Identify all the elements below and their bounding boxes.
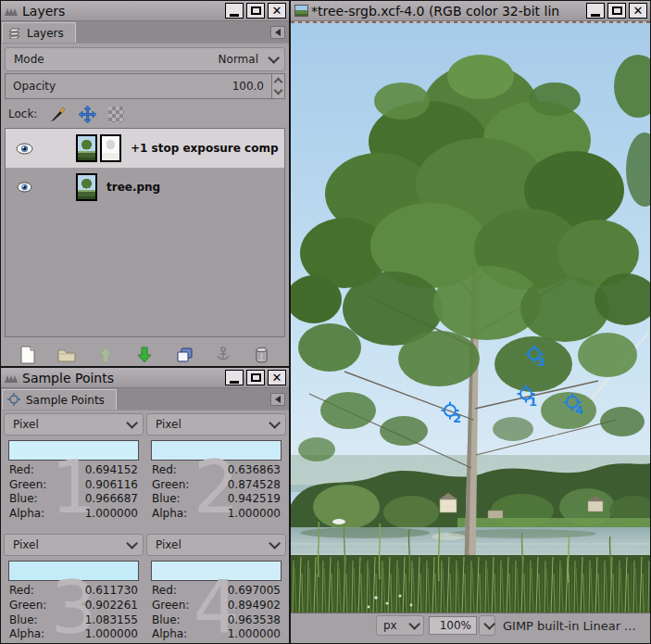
blue-label: Blue: [152, 613, 181, 628]
zoom-value: 100% [440, 619, 471, 632]
layer-row-exposure[interactable]: +1 stop exposure comp [6, 129, 284, 168]
layer-name[interactable]: tree.png [106, 181, 160, 194]
image-statusbar: px 100% GIMP built-in Linear ... [291, 612, 650, 638]
layer-thumbnail[interactable] [76, 173, 97, 201]
layer-boundary [291, 21, 650, 23]
duplicate-layer-button[interactable] [172, 344, 196, 366]
sample2-mode-value: Pixel [156, 418, 182, 431]
sample1-blue-value: 0.966687 [85, 492, 138, 507]
sample-points-titlebar[interactable]: Sample Points ✕ [1, 368, 289, 388]
sample-marker-3[interactable]: 3 [525, 345, 547, 367]
close-icon: ✕ [633, 5, 644, 17]
layers-window-title: Layers [22, 4, 222, 19]
raise-layer-button[interactable] [94, 344, 118, 366]
chevron-down-icon [268, 52, 280, 64]
minimize-button[interactable] [225, 3, 244, 19]
sample-marker-1[interactable]: 1 [517, 385, 539, 407]
maximize-icon [612, 6, 622, 15]
sample4-red-value: 0.697005 [228, 584, 281, 599]
sample2-red-value: 0.636863 [228, 463, 281, 478]
color-profile-status: GIMP built-in Linear ... [503, 619, 636, 633]
close-button[interactable]: ✕ [268, 370, 286, 385]
folder-icon [57, 347, 76, 362]
maximize-button[interactable] [607, 3, 626, 19]
sample3-mode-value: Pixel [13, 538, 39, 551]
lower-layer-button[interactable] [132, 344, 156, 366]
layers-toolbar [1, 339, 289, 370]
lock-paint-toggle[interactable] [49, 106, 67, 122]
tab-layers[interactable]: Layers [2, 22, 76, 43]
sample-marker-2[interactable]: 2 [441, 401, 463, 423]
layer-list: +1 stop exposure comp tree.png [5, 128, 285, 337]
zoom-dropdown-button[interactable] [479, 615, 495, 636]
minimize-button[interactable] [225, 370, 244, 385]
sample4-green-value: 0.894902 [228, 599, 281, 613]
sample-points-window-title: Sample Points [22, 371, 222, 385]
sample1-mode-dropdown[interactable]: Pixel [4, 413, 144, 436]
arrow-down-icon [136, 347, 153, 363]
anchor-layer-button[interactable] [211, 344, 235, 366]
sample-marker-4[interactable]: 4 [563, 393, 585, 415]
sample2-card: 2 Red:0.636863 Green:0.874528 Blue:0.942… [146, 437, 286, 526]
close-button[interactable]: ✕ [268, 3, 286, 19]
dockable-menu-button[interactable] [270, 393, 285, 406]
opacity-slider[interactable]: Opacity 100.0 [5, 73, 271, 99]
duplicate-icon [175, 347, 194, 363]
close-icon: ✕ [272, 5, 282, 17]
sample-marker-number: 2 [453, 411, 461, 425]
green-label: Green: [9, 599, 46, 613]
delete-layer-button[interactable] [250, 344, 274, 366]
red-label: Red: [9, 584, 34, 599]
tab-sample-points-label: Sample Points [26, 394, 105, 407]
image-canvas[interactable]: 1 2 3 [291, 21, 650, 612]
alpha-label: Alpha: [152, 627, 187, 642]
tree-photo [291, 21, 650, 612]
layer-mode-dropdown[interactable]: Mode Normal [5, 47, 285, 71]
menu-arrow-icon [275, 396, 281, 403]
anchor-icon [215, 346, 232, 363]
layer-mask-thumbnail[interactable] [100, 134, 121, 162]
layers-tabrow: Layers [1, 21, 289, 44]
sample3-mode-dropdown[interactable]: Pixel [4, 534, 144, 556]
image-thumbnail-icon [294, 5, 308, 17]
lock-alpha-toggle[interactable] [108, 107, 124, 122]
mode-label: Mode [14, 53, 44, 66]
minimize-button[interactable] [586, 3, 605, 19]
maximize-button[interactable] [246, 370, 265, 385]
tab-sample-points[interactable]: Sample Points [2, 389, 117, 410]
layer-thumbnail[interactable] [76, 134, 97, 162]
menu-arrow-icon [275, 29, 281, 36]
new-group-button[interactable] [55, 344, 79, 366]
maximize-button[interactable] [246, 3, 265, 19]
opacity-spinner[interactable] [271, 73, 285, 99]
sample2-blue-value: 0.942519 [228, 492, 281, 507]
new-layer-icon [19, 346, 36, 364]
sample2-mode-dropdown[interactable]: Pixel [146, 413, 286, 436]
visibility-toggle[interactable] [13, 182, 35, 193]
sample-points-window: Sample Points ✕ Sample Points Pixel Pixe… [0, 367, 290, 644]
lock-position-toggle[interactable] [79, 106, 96, 123]
layer-name[interactable]: +1 stop exposure comp [131, 142, 279, 155]
sample2-green-value: 0.874528 [228, 478, 281, 493]
zoom-input[interactable]: 100% [429, 616, 477, 635]
alpha-label: Alpha: [9, 627, 44, 642]
minimize-icon [591, 14, 600, 17]
dockable-menu-button[interactable] [270, 26, 285, 39]
unit-value: px [383, 619, 397, 632]
unit-dropdown[interactable]: px [376, 615, 424, 636]
layers-titlebar[interactable]: Layers ✕ [1, 1, 289, 21]
new-layer-button[interactable] [16, 344, 40, 366]
sample4-mode-dropdown[interactable]: Pixel [146, 534, 286, 556]
blue-label: Blue: [9, 492, 38, 507]
lock-label: Lock: [8, 107, 37, 120]
sample-marker-number: 1 [529, 395, 537, 409]
layer-row-tree[interactable]: tree.png [6, 168, 284, 207]
sample3-red-value: 0.611730 [85, 584, 138, 599]
mode-value: Normal [219, 53, 258, 66]
sample-points-grid: Pixel Pixel 1 Red:0.694152 Green:0.90611… [1, 410, 289, 644]
red-label: Red: [152, 463, 177, 478]
close-button[interactable]: ✕ [629, 3, 647, 19]
sample1-mode-value: Pixel [13, 418, 39, 431]
image-titlebar[interactable]: *tree-srgb.xcf-4.0 (RGB color 32-bit lin… [291, 1, 650, 21]
visibility-toggle[interactable] [13, 143, 35, 155]
